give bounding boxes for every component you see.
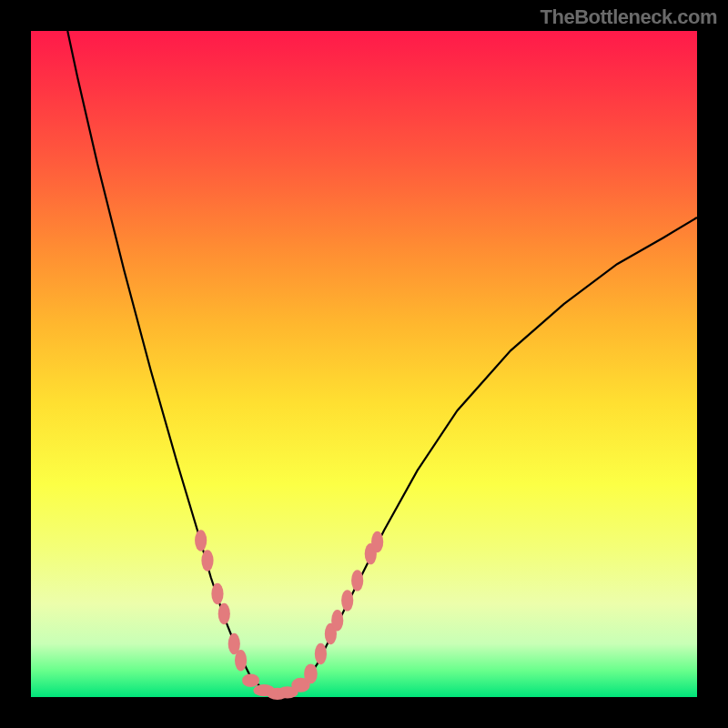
- curve-marker: [341, 590, 353, 611]
- curve-marker: [235, 650, 247, 671]
- curve-marker: [351, 570, 363, 591]
- chart-container: TheBottleneck.com: [0, 0, 728, 728]
- curve-marker: [242, 673, 259, 687]
- bottleneck-curve: [67, 31, 697, 695]
- curve-marker: [315, 643, 327, 664]
- curve-marker: [211, 583, 223, 604]
- curve-marker: [304, 663, 318, 683]
- markers-group: [195, 530, 383, 700]
- curve-marker: [218, 603, 230, 624]
- curve-marker: [331, 610, 343, 631]
- curve-marker: [195, 530, 207, 551]
- watermark-text: TheBottleneck.com: [541, 5, 717, 29]
- curve-svg: [31, 31, 697, 697]
- plot-area: [31, 31, 697, 697]
- curve-marker: [201, 550, 213, 571]
- curve-marker: [371, 531, 383, 552]
